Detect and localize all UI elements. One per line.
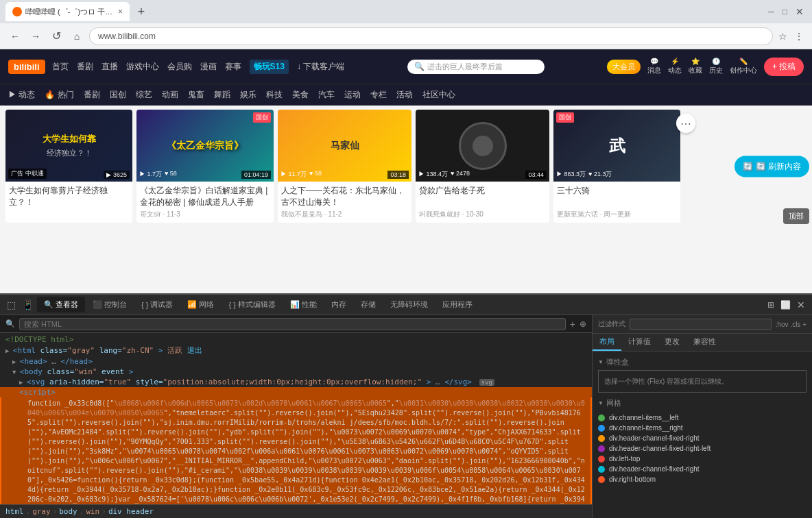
subnav-variety[interactable]: 综艺 — [136, 89, 152, 101]
subnav-sports[interactable]: 运动 — [344, 89, 361, 101]
nav-home[interactable]: 首页 — [52, 61, 69, 73]
nav-shop[interactable]: 会员购 — [167, 61, 192, 73]
subnav-car[interactable]: 汽车 — [318, 89, 335, 101]
subnav-ghost[interactable]: 鬼畜 — [188, 89, 204, 101]
grid-item-2[interactable]: div.channel-items__right — [598, 423, 807, 433]
grid-section-title[interactable]: ▼ 网格 — [598, 398, 807, 408]
vip-btn[interactable]: 大会员 — [607, 60, 641, 74]
devtools-tab-storage[interactable]: 存储 — [354, 297, 383, 312]
devtools-tab-style-editor[interactable]: { } 样式编辑器 — [222, 297, 282, 312]
subnav-food[interactable]: 美食 — [292, 89, 309, 101]
home-button[interactable]: ⌂ — [69, 28, 85, 45]
address-bar[interactable]: www.bilibili.com — [89, 27, 773, 45]
refresh-button[interactable]: ↺ — [48, 28, 64, 45]
nav-manga[interactable]: 漫画 — [200, 61, 217, 73]
create-btn[interactable]: ✏️ 创作中心 — [730, 58, 757, 75]
devtools-tab-inspector[interactable]: 🔍 查看器 — [37, 297, 85, 312]
subnav-entertainment[interactable]: 娱乐 — [240, 89, 256, 101]
devtools-tab-network[interactable]: 📶 网络 — [180, 297, 221, 312]
tree-line-doctype[interactable]: <!DOCTYPE html> — [0, 334, 592, 345]
breadcrumb-html[interactable]: html — [5, 507, 24, 516]
subnav-animation[interactable]: 动画 — [162, 89, 178, 101]
search-icon: 🔍 — [414, 62, 425, 71]
devtools-icon-inspect[interactable]: ⬚ — [4, 298, 19, 312]
subnav-dance[interactable]: 舞蹈 — [214, 89, 230, 101]
browser-tab[interactable]: 哔哩哔哩 (゜-゜)つロ 干杯~-bilibili × — [5, 2, 130, 21]
grid-item-6[interactable]: div.header-channel-fixed-right — [598, 464, 807, 474]
tab-compatibility[interactable]: 兼容性 — [686, 334, 723, 351]
tree-line-script[interactable]: <script> — [0, 387, 592, 397]
collect-btn[interactable]: ⭐ 收藏 — [689, 58, 702, 75]
video-thumb-3: 马家仙 03:18 ▶ 11.7万♥ 58 — [278, 110, 411, 182]
top-btn[interactable]: 顶部 — [783, 208, 809, 224]
tab-layout[interactable]: 布局 — [593, 334, 621, 351]
tab-close-icon[interactable]: × — [118, 7, 123, 16]
add-icon[interactable]: + — [570, 319, 575, 330]
tree-line-body[interactable]: ▼ <body class="win" event > — [0, 367, 592, 377]
devtools-tab-application[interactable]: 应用程序 — [435, 297, 479, 312]
msg-btn[interactable]: 💬 消息 — [647, 58, 661, 75]
devtools-close-icon[interactable]: ✕ — [794, 298, 808, 312]
subnav-bangumi[interactable]: 番剧 — [84, 89, 100, 101]
subnav-hot[interactable]: 🔥 热门 — [45, 89, 73, 101]
breadcrumb-win[interactable]: win — [86, 507, 99, 516]
video-card-3[interactable]: 马家仙 03:18 ▶ 11.7万♥ 58 人之下——关石花：东北马家仙，古不过… — [278, 110, 411, 223]
subnav-dynamic[interactable]: ▶ 动态 — [8, 89, 35, 101]
devtools-expand-icon[interactable]: ⬜ — [778, 299, 793, 311]
devtools-tab-accessibility[interactable]: 无障碍环境 — [383, 297, 435, 312]
devtools-tab-console[interactable]: ⬛ 控制台 — [86, 297, 134, 312]
forward-button[interactable]: → — [27, 28, 44, 45]
subnav-activity[interactable]: 活动 — [396, 89, 413, 101]
tree-line-head[interactable]: ▶ <head> … </head> — [0, 356, 592, 367]
browser-max-icon[interactable]: □ — [780, 4, 790, 19]
devtools-icon-responsive[interactable]: 📱 — [19, 298, 36, 312]
back-button[interactable]: ← — [7, 28, 23, 45]
flex-section-title[interactable]: ▼ 弹性盒 — [598, 357, 807, 367]
settings-icon[interactable]: ⋮ — [793, 29, 805, 43]
devtools-tab-performance[interactable]: 📊 性能 — [283, 297, 324, 312]
nav-game[interactable]: 游戏中心 — [126, 61, 159, 73]
nav-highlight[interactable]: 畅玩S13 — [250, 60, 289, 74]
target-icon[interactable]: ⊕ — [580, 319, 586, 329]
browser-min-icon[interactable]: ─ — [765, 4, 777, 19]
grid-item-7[interactable]: div.right-bottom — [598, 474, 807, 484]
html-search-input[interactable] — [19, 318, 566, 330]
nav-download[interactable]: ↓ 下载客户端 — [297, 61, 344, 73]
nav-live[interactable]: 直播 — [102, 61, 118, 73]
subnav-guochuang[interactable]: 国创 — [110, 89, 126, 101]
grid-item-5[interactable]: div.left-top — [598, 454, 807, 464]
bookmark-icon[interactable]: ☆ — [777, 29, 789, 43]
tab-computed[interactable]: 计算值 — [621, 334, 658, 351]
devtools-tab-debugger[interactable]: { } 调试器 — [134, 297, 180, 312]
breadcrumb-svg[interactable]: div header — [108, 507, 154, 516]
tab-changes[interactable]: 更改 — [658, 334, 686, 351]
breadcrumb-gray[interactable]: gray — [32, 507, 51, 516]
history-btn[interactable]: 🕐 历史 — [709, 58, 723, 75]
refresh-content-btn[interactable]: 🔄 🔄 刷新内容 — [735, 156, 809, 177]
breadcrumb-body[interactable]: body — [59, 507, 77, 516]
dynamic-btn[interactable]: ⚡ 动态 — [668, 58, 682, 75]
tab-bar: 哔哩哔哩 (゜-゜)つロ 干杯~-bilibili × + ─ □ ✕ — [0, 0, 812, 23]
upload-btn[interactable]: + 投稿 — [764, 58, 804, 76]
video-card-2[interactable]: 《太乙金华宗旨》 国创 01:04:19 ▶ 1.7万♥ 58 《太乙金华宗旨》… — [136, 110, 274, 223]
nav-bangumi[interactable]: 番剧 — [77, 61, 93, 73]
nav-sports[interactable]: 赛事 — [225, 61, 241, 73]
grid-item-4[interactable]: div.header-channel-fixed-right-left — [598, 443, 807, 454]
video-card-4[interactable]: 03:44 ▶ 138.4万♥ 2478 贷款广告给老子死 叫我死鱼就好 · 1… — [416, 110, 549, 223]
subnav-tech[interactable]: 科技 — [266, 89, 283, 101]
video-card-1[interactable]: 大学生如何靠 经济独立？！ 广告 中职通 ▶ 3625 大学生如何靠剪片子经济独… — [5, 110, 132, 223]
devtools-dock-icon[interactable]: ⊞ — [765, 299, 777, 311]
filter-input[interactable] — [630, 319, 772, 330]
video-card-5[interactable]: 武 国创 ▶ 863.3万♥ 21.3万 三十六骑 更新至第六话 · 周一更新 — [553, 110, 680, 223]
site-logo[interactable]: bilibili — [8, 60, 45, 74]
subnav-community[interactable]: 社区中心 — [422, 89, 455, 101]
tree-line-html[interactable]: ▶ <html class="gray" lang="zh-CN" > 活跃 退… — [0, 345, 592, 356]
new-tab-button[interactable]: + — [132, 3, 150, 21]
browser-close-icon[interactable]: ✕ — [793, 3, 807, 20]
tree-line-svg[interactable]: ▶ <svg aria-hidden="true" style="positio… — [0, 377, 592, 387]
devtools-tab-memory[interactable]: 内存 — [324, 297, 353, 312]
subnav-column[interactable]: 专栏 — [370, 89, 387, 101]
grid-item-1[interactable]: div.channel-items__left — [598, 412, 807, 423]
grid-item-3[interactable]: div.header-channel-fixed-right — [598, 433, 807, 443]
more-options-btn[interactable]: ⋯ — [676, 114, 695, 133]
